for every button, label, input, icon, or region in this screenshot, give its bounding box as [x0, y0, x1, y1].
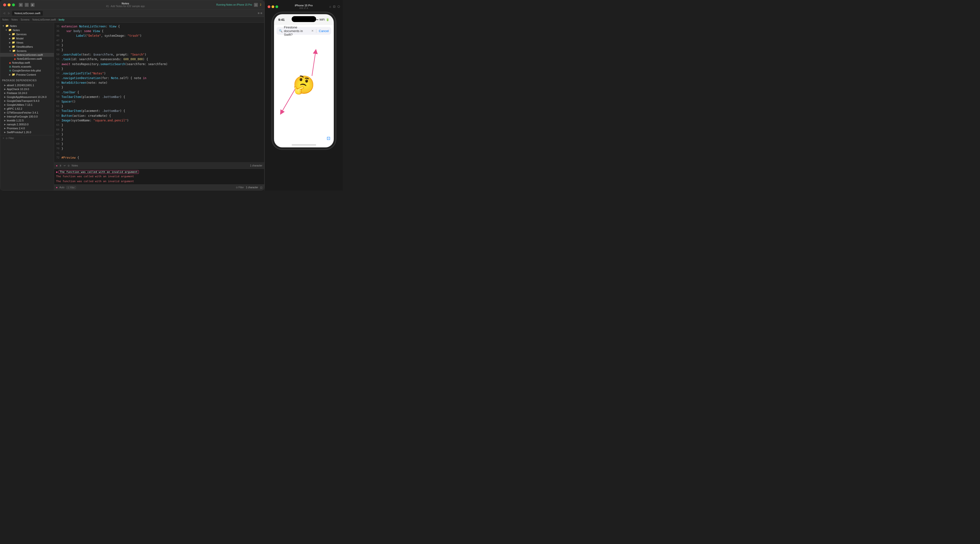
folder-icon: 📁: [12, 45, 15, 48]
right-filter-btn[interactable]: ⊙ Filter: [236, 186, 244, 189]
pkg-leveldb[interactable]: ▶ leveldb 1.22.5: [0, 118, 54, 122]
sidebar-item-viewmodifiers[interactable]: ▶ 📁 ViewModifiers: [0, 45, 54, 49]
sidebar-item-noteslistscreen[interactable]: ◆ NotesListScreen.swift: [0, 53, 54, 57]
iphone-title-block: iPhone 15 Pro iOS 17.4: [280, 4, 328, 9]
run-button[interactable]: ▶: [30, 3, 35, 7]
error-message-3: The function was called with an invalid …: [56, 179, 134, 184]
maximize-button[interactable]: [12, 3, 15, 6]
breadcrumb-screens[interactable]: Screens: [21, 18, 30, 21]
pkg-firebase[interactable]: ▶ Firebase 10.24.0: [0, 91, 54, 95]
folder-icon: 📁: [5, 24, 9, 27]
iphone-close-btn[interactable]: [268, 5, 270, 8]
sidebar-item-noteeditscreen[interactable]: ◆ NoteEditScreen.swift: [0, 57, 54, 61]
sidebar-item-notes[interactable]: ▼ 📁 Notes: [0, 28, 54, 32]
search-cancel-btn[interactable]: Cancel: [319, 29, 329, 33]
pkg-label: leveldb 1.22.5: [7, 119, 24, 122]
screenshot-icon[interactable]: ⊡: [333, 5, 336, 8]
code-editor[interactable]: 35 extension NotesListScreen: View { 36 …: [54, 23, 264, 162]
sidebar-item-label: Services: [16, 33, 27, 36]
pkg-googledatatransport[interactable]: ▶ GoogleDataTransport 9.4.0: [0, 99, 54, 103]
sidebar-item-notesapp[interactable]: ◆ NotesApp.swift: [0, 61, 54, 65]
add-icon[interactable]: ＋: [2, 136, 5, 140]
pkg-label: GTMSessionFetcher 3.4.1: [7, 111, 38, 114]
sidebar-item-assets[interactable]: ⊞ Assets.xcassets: [0, 65, 54, 68]
console-message-row-2: The function was called with an invalid …: [56, 174, 262, 179]
pkg-nanopb[interactable]: ▶ nanopb 2.30910.0: [0, 122, 54, 126]
window-split-icon[interactable]: □: [25, 3, 29, 7]
inspector-icon[interactable]: ◫: [260, 186, 262, 189]
breadcrumb-notes2[interactable]: Notes: [11, 18, 18, 21]
iphone-status-icons: ▪▪▪ WiFi 🔋: [316, 18, 329, 21]
sidebar-item-label: Views: [16, 41, 23, 44]
close-button[interactable]: [3, 3, 6, 6]
filter-btn[interactable]: ⊙ Filter: [66, 186, 76, 189]
home-icon[interactable]: ⌂: [329, 5, 331, 8]
sidebar-item-views[interactable]: ▶ 📁 Views: [0, 40, 54, 45]
package-deps-list: ▶ abseil 1.2024011601.1 ▶ AppCheck 10.19…: [0, 82, 54, 135]
code-line-50: 50 .searchable(text: $searchTerm, prompt…: [54, 52, 264, 57]
iphone-bottom-bar: [274, 143, 334, 147]
sidebar-item-preview[interactable]: ▶ 📁 Preview Content: [0, 72, 54, 76]
pkg-label: GoogleUtilities 7.13.1: [7, 103, 33, 106]
console-toolbar: ■ ⏸ ↩ ⊙ Notes 1 character: [54, 162, 264, 169]
code-line-55: 55 .navigationDestination(for: Note.self…: [54, 76, 264, 81]
iphone-maximize-btn[interactable]: [275, 5, 278, 8]
sidebar-item-label: Preview Content: [16, 73, 36, 76]
sidebar-item-services[interactable]: ▶ 📁 Services: [0, 32, 54, 36]
iphone-window-icons: ⌂ ⊡ ⬡: [329, 5, 340, 8]
pkg-appcheck[interactable]: ▶ AppCheck 10.19.0: [0, 87, 54, 91]
search-clear-icon[interactable]: ✕: [311, 29, 314, 33]
code-content[interactable]: 35 extension NotesListScreen: View { 36 …: [54, 23, 264, 162]
status-character-count: 1 character: [246, 186, 258, 189]
code-line-69: 69 }: [54, 142, 264, 146]
sidebar-item-notes-root[interactable]: ▼ 📁 Notes: [0, 24, 54, 28]
pkg-googlemeasurement[interactable]: ▶ GoogleAppMeasurement 10.24.0: [0, 95, 54, 99]
sidebar-item-label: Model: [16, 37, 24, 40]
sidebar-item-plist[interactable]: ⚙ GoogleService-Info.plist: [0, 68, 54, 72]
iphone-search-bar[interactable]: 🔍 Firestone documents in Swift? ✕ Cancel: [277, 27, 331, 35]
step-icon[interactable]: ↩: [64, 164, 66, 167]
filter-icon[interactable]: ⊙: [68, 164, 70, 167]
rotate-icon[interactable]: ⬡: [337, 5, 340, 8]
pkg-swiftprotobuf[interactable]: ▶ SwiftProtobuf 1.26.0: [0, 130, 54, 134]
error-message-2: The function was called with an invalid …: [56, 174, 134, 179]
window-controls: ⊞ □ ▶: [19, 3, 35, 7]
breadcrumb-current[interactable]: body: [59, 18, 64, 21]
sidebar-toggle-icon[interactable]: ⊞: [19, 3, 23, 7]
iphone-traffic-lights: [268, 5, 278, 8]
sidebar-item-model[interactable]: ▶ 📁 Model: [0, 36, 54, 40]
forward-icon[interactable]: ▷: [7, 11, 11, 15]
sidebar-item-label: GoogleService-Info.plist: [12, 69, 41, 72]
pkg-label: SwiftProtobuf 1.26.0: [7, 131, 31, 134]
pkg-interopforgoogle[interactable]: ▶ InteropForGoogle 100.0.0: [0, 115, 54, 118]
pause-icon[interactable]: ⏸: [59, 164, 62, 167]
filter-icon[interactable]: ⊙: [6, 137, 8, 140]
pkg-abseil[interactable]: ▶ abseil 1.2024011601.1: [0, 83, 54, 87]
compose-icon[interactable]: ⊡: [327, 136, 330, 141]
iphone-device: 9:41 ▪▪▪ WiFi 🔋 🔍 Firestone documents in…: [272, 12, 336, 150]
pkg-label: gRPC 1.62.2: [7, 107, 22, 110]
code-line-48: 48 }: [54, 43, 264, 48]
toolbar-area: ⊡: [274, 133, 334, 143]
main-area: ▼ 📁 Notes ▼ 📁 Notes ▶ 📁 Services ▶: [0, 23, 264, 190]
navigator-icon[interactable]: ◁: [2, 11, 6, 15]
pkg-grpc[interactable]: ▶ gRPC 1.62.2: [0, 107, 54, 111]
code-line-52: 52 await notesRepository.semanticSearch(…: [54, 62, 264, 67]
code-line-57: 57 }: [54, 85, 264, 90]
folder-icon: 📁: [12, 41, 15, 44]
expand-arrow-icon: ▶: [9, 73, 11, 76]
active-tab[interactable]: NotesListScreen.swift: [12, 11, 43, 16]
iphone-minimize-btn[interactable]: [272, 5, 274, 8]
pkg-promises[interactable]: ▶ Promises 2.4.0: [0, 126, 54, 130]
code-line-49: 49 }: [54, 48, 264, 52]
sidebar-item-label: NotesListScreen.swift: [17, 53, 43, 56]
breadcrumb-file[interactable]: NotesListScreen.swift: [32, 18, 56, 21]
sidebar-item-screens[interactable]: ▼ 📁 Screens: [0, 49, 54, 53]
minimize-button[interactable]: [8, 3, 11, 6]
pkg-googleutilities[interactable]: ▶ GoogleUtilities 7.13.1: [0, 103, 54, 107]
pkg-label: InteropForGoogle 100.0.0: [7, 115, 38, 118]
iphone-content-area: 🤔: [274, 37, 334, 133]
breadcrumb-notes[interactable]: Notes: [2, 18, 9, 21]
pkg-gtmsession[interactable]: ▶ GTMSessionFetcher 3.4.1: [0, 111, 54, 115]
plist-file-icon: ⚙: [9, 69, 11, 72]
